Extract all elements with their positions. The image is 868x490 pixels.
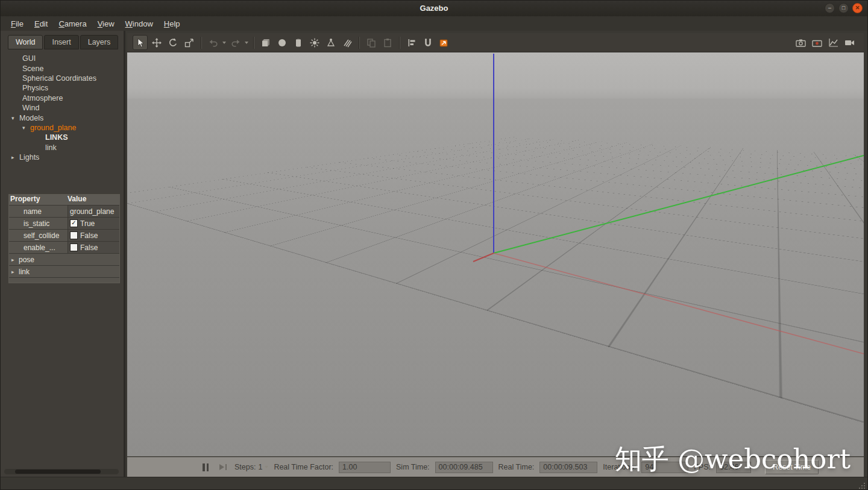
menu-edit[interactable]: Edit bbox=[29, 17, 53, 30]
collapsed-arrow-icon[interactable]: ▸ bbox=[9, 269, 19, 275]
value-column-header: Value bbox=[68, 195, 119, 205]
plot-button[interactable] bbox=[826, 35, 841, 50]
video-camera-icon bbox=[844, 38, 855, 48]
redo-history-button[interactable] bbox=[244, 35, 250, 50]
screenshot-button[interactable] bbox=[793, 35, 808, 50]
cylinder-icon bbox=[294, 38, 303, 48]
property-row-is-static[interactable]: is_static ✓True bbox=[9, 218, 119, 230]
data-logger-button[interactable] bbox=[810, 35, 825, 50]
paste-icon bbox=[383, 38, 392, 48]
select-tool-button[interactable] bbox=[133, 35, 148, 50]
point-light-button[interactable] bbox=[307, 35, 322, 50]
translate-tool-button[interactable] bbox=[149, 35, 164, 50]
rotate-icon bbox=[168, 38, 178, 48]
menu-help[interactable]: Help bbox=[159, 17, 186, 30]
step-forward-icon bbox=[219, 464, 224, 470]
property-table-header: Property Value bbox=[9, 195, 119, 206]
property-column-header: Property bbox=[9, 195, 68, 205]
property-row-enable[interactable]: enable_... False bbox=[9, 242, 119, 254]
property-row-name[interactable]: name ground_plane bbox=[9, 206, 119, 218]
tree-item-lights[interactable]: ▸Lights bbox=[1, 152, 121, 162]
directional-light-button[interactable] bbox=[339, 35, 354, 50]
tab-insert[interactable]: Insert bbox=[44, 35, 78, 49]
undo-history-button[interactable] bbox=[221, 35, 227, 50]
collapsed-arrow-icon[interactable]: ▸ bbox=[9, 257, 19, 263]
panel-tabs: World Insert Layers bbox=[8, 35, 118, 49]
camera-icon bbox=[796, 38, 806, 48]
menu-camera[interactable]: Camera bbox=[53, 17, 92, 30]
tree-item-gui[interactable]: GUI bbox=[1, 54, 121, 63]
title-bar[interactable]: Gazebo – □ ✕ bbox=[1, 1, 867, 17]
enable-checkbox[interactable] bbox=[70, 243, 78, 251]
spot-light-button[interactable] bbox=[323, 35, 338, 50]
maximize-button[interactable]: □ bbox=[838, 3, 849, 13]
tree-item-models[interactable]: ▾Models bbox=[1, 113, 121, 122]
collapsed-arrow-icon[interactable]: ▸ bbox=[11, 154, 19, 160]
log-record-icon bbox=[812, 38, 822, 48]
menu-view[interactable]: View bbox=[92, 17, 120, 30]
horizontal-scrollbar[interactable] bbox=[4, 469, 119, 474]
insert-cylinder-button[interactable] bbox=[291, 35, 306, 50]
steps-value: 1 bbox=[258, 463, 262, 471]
move-icon bbox=[152, 38, 162, 48]
copy-button[interactable] bbox=[363, 35, 379, 50]
property-row-self-collide[interactable]: self_collide False bbox=[9, 230, 119, 242]
tree-item-links-header[interactable]: LINKS bbox=[1, 133, 121, 142]
align-button[interactable] bbox=[404, 35, 419, 50]
tree-item-spherical-coordinates[interactable]: Spherical Coordinates bbox=[1, 74, 121, 83]
sim-time-label: Sim Time: bbox=[396, 463, 430, 471]
rotate-tool-button[interactable] bbox=[165, 35, 180, 50]
resize-grip[interactable] bbox=[858, 482, 865, 489]
redo-icon bbox=[231, 38, 241, 48]
tree-item-ground-plane[interactable]: ▾ground_plane bbox=[1, 123, 121, 133]
step-button[interactable] bbox=[217, 461, 229, 473]
close-button[interactable]: ✕ bbox=[852, 3, 863, 13]
world-tree: GUI Scene Spherical Coordinates Physics … bbox=[1, 54, 121, 162]
tab-layers[interactable]: Layers bbox=[80, 35, 119, 49]
undo-button[interactable] bbox=[206, 35, 221, 50]
watermark: 知乎 @webcohort bbox=[615, 441, 851, 477]
menu-file[interactable]: File bbox=[5, 17, 29, 30]
is-static-checkbox[interactable]: ✓ bbox=[70, 219, 78, 227]
tree-item-physics[interactable]: Physics bbox=[1, 83, 121, 93]
menu-window[interactable]: Window bbox=[120, 17, 159, 30]
pause-button[interactable] bbox=[200, 461, 212, 473]
rtf-field[interactable]: 1.00 bbox=[339, 462, 391, 473]
property-group-pose[interactable]: ▸pose bbox=[9, 254, 119, 266]
redo-button[interactable] bbox=[228, 35, 243, 50]
expanded-arrow-icon[interactable]: ▾ bbox=[11, 115, 19, 121]
window-bottom-frame bbox=[1, 477, 867, 490]
copy-icon bbox=[366, 38, 376, 48]
paste-button[interactable] bbox=[380, 35, 395, 50]
tab-world[interactable]: World bbox=[8, 35, 43, 49]
align-icon bbox=[407, 38, 417, 48]
name-value-field[interactable]: ground_plane bbox=[68, 206, 119, 217]
box-icon bbox=[261, 38, 271, 48]
sun-icon bbox=[310, 38, 319, 48]
steps-control[interactable]: Steps: 1 bbox=[234, 463, 268, 471]
undo-icon bbox=[209, 38, 218, 48]
minimize-button[interactable]: – bbox=[825, 3, 835, 13]
expanded-arrow-icon[interactable]: ▾ bbox=[22, 125, 30, 131]
video-record-button[interactable] bbox=[842, 35, 857, 50]
scale-tool-button[interactable] bbox=[181, 35, 197, 50]
scale-icon bbox=[184, 38, 194, 48]
insert-sphere-button[interactable] bbox=[274, 35, 289, 50]
property-group-link[interactable]: ▸link bbox=[9, 266, 119, 278]
scrollbar-thumb[interactable] bbox=[15, 470, 101, 474]
render-viewport[interactable] bbox=[127, 52, 864, 456]
self-collide-checkbox[interactable] bbox=[70, 231, 78, 239]
chevron-down-icon[interactable] bbox=[265, 466, 268, 468]
insert-box-button[interactable] bbox=[258, 35, 273, 50]
change-view-button[interactable] bbox=[436, 35, 451, 50]
property-table: Property Value name ground_plane is_stat… bbox=[8, 194, 120, 283]
chevron-down-icon bbox=[222, 42, 226, 44]
tree-item-atmosphere[interactable]: Atmosphere bbox=[1, 93, 121, 103]
tree-item-link[interactable]: link bbox=[1, 143, 121, 152]
plot-icon bbox=[829, 38, 838, 48]
snap-button[interactable] bbox=[420, 35, 435, 50]
tree-item-scene[interactable]: Scene bbox=[1, 63, 121, 73]
spot-light-icon bbox=[326, 38, 336, 48]
tree-item-wind[interactable]: Wind bbox=[1, 103, 121, 113]
window-title: Gazebo bbox=[1, 4, 867, 13]
